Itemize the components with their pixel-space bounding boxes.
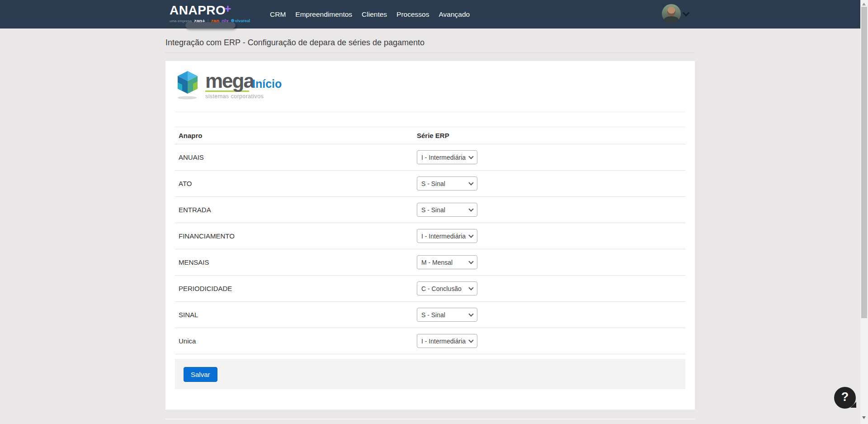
table-row: ANUAIS I - Intermediária [175,144,685,171]
serie-erp-select-wrap: I - Intermediária [417,229,477,243]
top-navbar: ANAPRO+ uma empresa zap+ | zap olx vivar… [0,0,860,29]
serie-erp-select[interactable]: S - Sinal [417,203,477,217]
anapro-series-label: ENTRADA [179,206,211,214]
section-heading-inicio: Início [252,77,282,91]
help-button[interactable]: ? [834,387,856,409]
nav-menu-item[interactable]: Processos [396,10,429,19]
table-header-row: Anapro Série ERP [175,127,685,144]
serie-erp-select-wrap: S - Sinal [417,308,477,322]
serie-erp-select[interactable]: S - Sinal [417,176,477,191]
anapro-series-label: ATO [179,180,192,187]
depara-table: Anapro Série ERP ANUAIS I - Intermediári… [175,127,685,354]
anapro-series-label: FINANCIAMENTO [179,232,235,240]
column-header-anapro: Anapro [175,132,417,139]
nav-dropdown-pill [185,22,236,29]
scrollbar-thumb[interactable] [861,7,867,318]
anapro-series-label: PERIODICIDADE [179,285,232,292]
chevron-down-icon[interactable] [684,10,689,15]
vertical-scrollbar [860,0,868,424]
page-title: Integração com ERP - Configuração de dep… [165,38,425,48]
brand-name: ANAPRO [170,3,226,17]
save-button[interactable]: Salvar [184,367,217,382]
anapro-series-label: MENSAIS [179,258,209,266]
table-body: ANUAIS I - Intermediária ATO S - Sinal E… [175,144,685,354]
mega-subtitle: sistemas corporativos [205,93,264,100]
serie-erp-select[interactable]: I - Intermediária [417,229,477,243]
table-row: MENSAIS M - Mensal [175,249,685,276]
serie-erp-select-wrap: S - Sinal [417,203,477,217]
bottom-divider [165,419,695,419]
serie-erp-select[interactable]: I - Intermediária [417,150,477,164]
mega-logo: mega sistemas corporativos [175,70,264,100]
nav-items: CRM Empreendimentos Clientes Processos A… [270,0,470,29]
anapro-series-label: Unica [179,337,196,345]
column-header-serie-erp: Série ERP [417,132,685,139]
serie-erp-select-wrap: I - Intermediária [417,150,477,164]
nav-menu-item[interactable]: Clientes [362,10,387,19]
table-row: SINAL S - Sinal [175,302,685,328]
table-row: Unica I - Intermediária [175,328,685,354]
user-avatar[interactable] [662,4,681,23]
question-mark-icon: ? [834,387,856,407]
card-footer: Salvar [175,359,685,389]
serie-erp-select-wrap: M - Mensal [417,255,477,269]
serie-erp-select-wrap: I - Intermediária [417,334,477,348]
anapro-series-label: ANUAIS [179,153,204,161]
erp-config-card: mega sistemas corporativos Início Anapro… [165,61,695,410]
scroll-up-icon[interactable] [862,3,866,5]
table-row: ATO S - Sinal [175,171,685,197]
serie-erp-select-wrap: C - Conclusão [417,281,477,295]
anapro-series-label: SINAL [179,311,198,319]
serie-erp-select[interactable]: S - Sinal [417,308,477,322]
serie-erp-select-wrap: S - Sinal [417,176,477,191]
nav-menu-item[interactable]: Empreendimentos [295,10,352,19]
serie-erp-select[interactable]: I - Intermediária [417,334,477,348]
serie-erp-select[interactable]: C - Conclusão [417,281,477,295]
brand-logo[interactable]: ANAPRO+ uma empresa zap+ | zap olx vivar… [170,4,250,24]
serie-erp-select[interactable]: M - Mensal [417,255,477,269]
table-row: FINANCIAMENTO I - Intermediária [175,223,685,249]
title-divider [165,52,695,53]
nav-menu-item[interactable]: CRM [270,10,286,19]
brand-plus-icon: + [224,2,231,15]
mega-cube-icon [175,70,201,100]
nav-menu-item[interactable]: Avançado [439,10,470,19]
table-row: PERIODICIDADE C - Conclusão [175,276,685,302]
table-row: ENTRADA S - Sinal [175,197,685,223]
scroll-down-icon[interactable] [862,416,866,419]
section-divider [175,112,685,112]
